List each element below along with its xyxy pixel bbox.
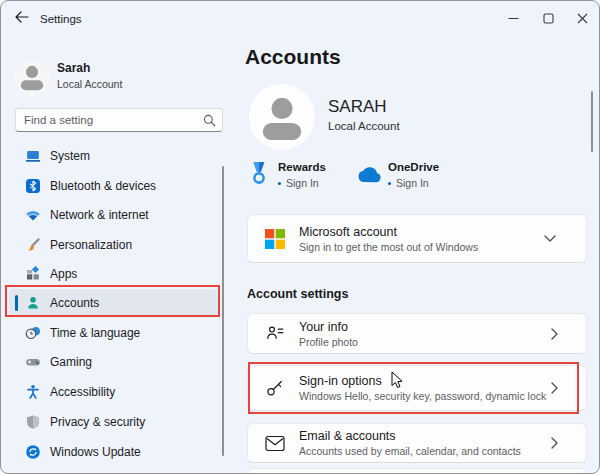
apps-icon (25, 266, 41, 282)
profile-avatar[interactable] (249, 84, 315, 150)
sidebar-item-label: Privacy & security (50, 415, 145, 429)
chevron-down-icon[interactable] (544, 235, 556, 242)
annotation-box-accounts (5, 285, 220, 317)
sidebar-item-label: Accessibility (50, 385, 115, 399)
microsoft-account-title: Microsoft account (299, 225, 536, 239)
sidebar-item-system[interactable]: System (1, 142, 223, 170)
your-info-icon (264, 324, 286, 343)
sidebar-item-label: System (50, 149, 90, 163)
game-controller-icon (25, 354, 41, 370)
microsoft-account-card[interactable]: Microsoft account Sign in to get the mos… (247, 214, 587, 263)
minimize-icon (508, 13, 519, 24)
chevron-right-icon (551, 328, 558, 340)
sidebar-item-label: Apps (50, 267, 77, 281)
sidebar-user-subtitle: Local Account (57, 78, 122, 90)
card-title: Email & accounts (299, 429, 543, 443)
rewards-sign-in-link[interactable]: Sign In (278, 177, 326, 189)
back-button[interactable] (9, 6, 35, 28)
update-arrows-icon (25, 444, 41, 460)
sidebar-item-apps[interactable]: Apps (1, 260, 223, 288)
shield-icon (25, 414, 41, 430)
sidebar-user-avatar[interactable] (14, 59, 50, 95)
close-button[interactable] (567, 7, 597, 29)
back-arrow-icon (15, 11, 29, 23)
your-info-card[interactable]: Your info Profile photo (247, 313, 587, 354)
sidebar-item-time-language[interactable]: Time & language (1, 319, 223, 347)
person-silhouette-icon (249, 84, 315, 150)
bluetooth-icon (25, 178, 41, 194)
sidebar-item-accessibility[interactable]: Accessibility (1, 378, 223, 406)
settings-window: Settings Sarah Local Account System Blue… (0, 0, 600, 474)
sidebar-item-personalization[interactable]: Personalization (1, 231, 223, 259)
onedrive-sign-in-link[interactable]: Sign In (388, 177, 439, 189)
search-input[interactable] (15, 108, 223, 132)
minimize-button[interactable] (498, 7, 528, 29)
sidebar-item-network-internet[interactable]: Network & internet (1, 201, 223, 229)
sidebar-item-label: Windows Update (50, 445, 141, 459)
card-subtitle: Profile photo (299, 336, 543, 348)
annotation-box-sign-in-options (248, 362, 579, 414)
search-icon (203, 114, 216, 127)
profile-subtitle: Local Account (328, 120, 400, 132)
sidebar-item-label: Time & language (50, 326, 140, 340)
person-silhouette-icon (14, 59, 50, 95)
system-icon (25, 148, 41, 164)
partial-next-card[interactable] (247, 468, 587, 474)
onedrive-cloud-icon (357, 167, 382, 183)
profile-name: SARAH (328, 97, 387, 117)
wifi-icon (25, 207, 41, 223)
maximize-icon (543, 13, 554, 24)
clock-globe-icon (25, 325, 41, 341)
sidebar-item-label: Personalization (50, 238, 132, 252)
sidebar-item-label: Gaming (50, 355, 92, 369)
sidebar-item-label: Bluetooth & devices (50, 179, 156, 193)
rewards-promo: Rewards Sign In (251, 161, 326, 189)
brush-icon (25, 237, 41, 253)
chevron-right-icon (551, 437, 558, 449)
rewards-label: Rewards (278, 161, 326, 173)
onedrive-promo: OneDrive Sign In (357, 161, 439, 189)
main-scrollbar[interactable] (591, 91, 593, 152)
email-envelope-icon (264, 435, 286, 452)
microsoft-account-subtitle: Sign in to get the most out of Windows (299, 241, 536, 253)
close-icon (577, 13, 588, 24)
mouse-cursor (391, 371, 404, 390)
card-title: Your info (299, 320, 543, 334)
maximize-button[interactable] (533, 7, 563, 29)
onedrive-label: OneDrive (388, 161, 439, 173)
sidebar-item-label: Network & internet (50, 208, 149, 222)
bullet-dot-icon (278, 182, 281, 185)
bullet-dot-icon (388, 182, 391, 185)
sidebar-item-privacy-security[interactable]: Privacy & security (1, 408, 223, 436)
sidebar-scrollbar[interactable] (222, 166, 224, 456)
sidebar-user-name: Sarah (57, 61, 90, 75)
rewards-medal-icon (251, 162, 267, 185)
sidebar-item-gaming[interactable]: Gaming (1, 348, 223, 376)
sidebar-item-windows-update[interactable]: Windows Update (1, 438, 223, 466)
email-accounts-card[interactable]: Email & accounts Accounts used by email,… (247, 423, 587, 463)
section-title-account-settings: Account settings (247, 287, 348, 301)
window-title: Settings (40, 13, 82, 25)
microsoft-logo-icon (264, 229, 286, 249)
card-subtitle: Accounts used by email, calendar, and co… (299, 445, 543, 457)
sidebar-item-bluetooth-devices[interactable]: Bluetooth & devices (1, 172, 223, 200)
accessibility-person-icon (25, 384, 41, 400)
page-title: Accounts (245, 45, 341, 69)
